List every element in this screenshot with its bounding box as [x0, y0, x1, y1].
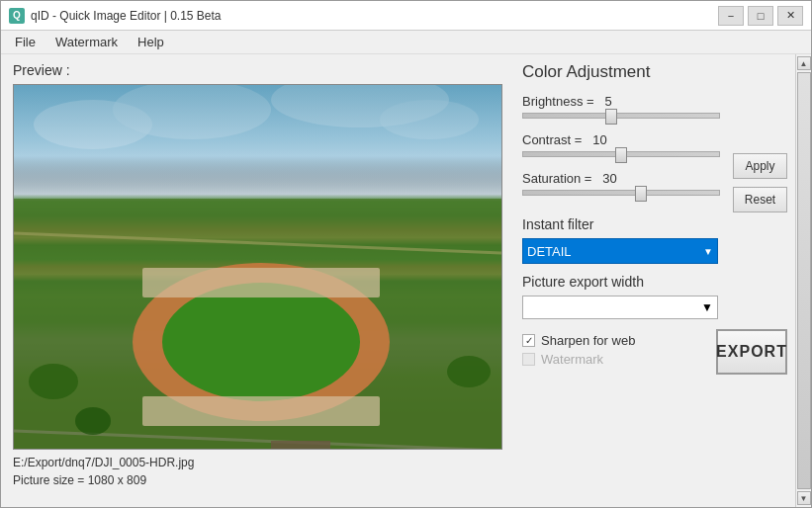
- watermark-row: Watermark: [522, 352, 635, 367]
- stadium-image: [14, 85, 501, 449]
- brightness-value: 5: [604, 94, 611, 109]
- color-adjustment-title: Color Adjustment: [522, 62, 787, 82]
- export-button[interactable]: EXPORT: [716, 329, 787, 375]
- sharpen-row: Sharpen for web: [522, 333, 635, 348]
- file-info: E:/Export/dnq7/DJI_0005-HDR.jpg Picture …: [13, 454, 502, 489]
- saturation-row: Saturation = 30: [522, 171, 725, 196]
- brightness-row: Brightness = 5: [522, 94, 725, 119]
- saturation-label: Saturation = 30: [522, 171, 725, 186]
- instant-filter-select[interactable]: DETAIL ▼: [522, 238, 718, 264]
- maximize-button[interactable]: □: [748, 6, 773, 26]
- menu-help[interactable]: Help: [128, 33, 174, 51]
- filter-selected-value: DETAIL: [527, 244, 572, 259]
- preview-label: Preview :: [13, 62, 502, 78]
- preview-image: [13, 84, 502, 450]
- title-bar-left: Q qID - Quick Image Editor | 0.15 Beta: [9, 8, 222, 24]
- main-content: Preview :: [1, 54, 811, 507]
- apply-reset-area: Apply Reset: [733, 153, 787, 212]
- saturation-slider[interactable]: [522, 190, 720, 196]
- close-button[interactable]: ✕: [777, 6, 803, 26]
- title-bar: Q qID - Quick Image Editor | 0.15 Beta −…: [1, 1, 811, 31]
- scroll-thumb[interactable]: [797, 72, 811, 489]
- instant-filter-section: Instant filter DETAIL ▼: [522, 216, 787, 264]
- export-width-label: Picture export width: [522, 274, 787, 290]
- preview-section: Preview :: [1, 54, 510, 507]
- export-width-arrow-icon: ▼: [701, 300, 713, 314]
- scrollbar: ▲ ▼: [795, 54, 811, 507]
- file-path: E:/Export/dnq7/DJI_0005-HDR.jpg: [13, 454, 502, 471]
- controls-section: Color Adjustment Brightness = 5: [510, 54, 795, 507]
- controls-apply-area: Brightness = 5 Contrast = 10: [522, 94, 787, 212]
- picture-size: Picture size = 1080 x 809: [13, 471, 502, 489]
- sliders-area: Brightness = 5 Contrast = 10: [522, 94, 725, 210]
- contrast-thumb[interactable]: [615, 147, 627, 163]
- app-icon: Q: [9, 8, 25, 24]
- contrast-value: 10: [592, 132, 606, 147]
- window-title: qID - Quick Image Editor | 0.15 Beta: [31, 9, 222, 23]
- bottom-row: Sharpen for web Watermark EXPORT: [522, 329, 787, 375]
- watermark-label: Watermark: [541, 352, 603, 367]
- menu-file[interactable]: File: [5, 33, 45, 51]
- reset-button[interactable]: Reset: [733, 187, 787, 212]
- brightness-thumb[interactable]: [605, 109, 617, 125]
- export-width-section: Picture export width ▼: [522, 274, 787, 319]
- minimize-button[interactable]: −: [718, 6, 744, 26]
- contrast-label: Contrast = 10: [522, 132, 725, 147]
- export-width-select[interactable]: ▼: [522, 296, 718, 319]
- contrast-slider[interactable]: [522, 151, 720, 157]
- scroll-up-button[interactable]: ▲: [797, 56, 811, 70]
- brightness-label: Brightness = 5: [522, 94, 725, 109]
- filter-dropdown-icon: ▼: [703, 246, 713, 257]
- apply-button[interactable]: Apply: [733, 153, 787, 179]
- sharpen-checkbox[interactable]: [522, 334, 535, 347]
- contrast-row: Contrast = 10: [522, 132, 725, 157]
- bottom-options: Sharpen for web Watermark: [522, 333, 635, 367]
- scroll-down-button[interactable]: ▼: [797, 491, 811, 505]
- saturation-value: 30: [602, 171, 616, 186]
- menu-watermark[interactable]: Watermark: [45, 33, 128, 51]
- instant-filter-label: Instant filter: [522, 216, 787, 232]
- saturation-thumb[interactable]: [635, 186, 647, 202]
- sharpen-label: Sharpen for web: [541, 333, 635, 348]
- brightness-slider[interactable]: [522, 113, 720, 119]
- menu-bar: File Watermark Help: [1, 31, 811, 54]
- window-controls: − □ ✕: [718, 6, 803, 26]
- main-window: Q qID - Quick Image Editor | 0.15 Beta −…: [0, 0, 812, 508]
- watermark-checkbox[interactable]: [522, 353, 535, 366]
